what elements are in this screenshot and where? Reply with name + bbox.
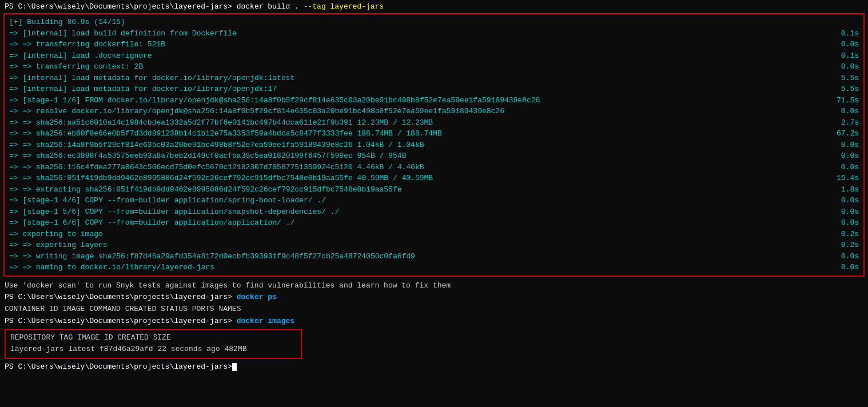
build-line-left-13: => => sha256:051f419db9dd9462e8995886d24…: [9, 173, 825, 184]
build-line-left-17: => [stage-1 6/6] COPY --from=builder app…: [9, 217, 825, 229]
build-line-right-5: 5.5s: [836, 83, 859, 95]
ps-cmd2: docker images: [232, 317, 294, 325]
top-flag: --tag: [304, 2, 326, 11]
build-line-right-11: 0.0s: [836, 150, 859, 162]
build-line-right-9: 67.2s: [836, 128, 859, 139]
build-line-2: => [internal] load .dockerignore0.1s: [9, 50, 859, 62]
build-line-right-7: 0.0s: [836, 106, 859, 117]
build-line-4: => [internal] load metadata for docker.i…: [9, 73, 859, 84]
build-line-right-12: 0.0s: [836, 162, 859, 173]
terminal: PS C:\Users\wisely\Documents\projects\la…: [0, 0, 868, 407]
build-line-left-11: => => sha256:ec3898f4a53575eeb93a8a7beb2…: [9, 150, 825, 162]
build-line-right-16: 0.0s: [836, 206, 859, 218]
build-line-left-12: => => sha256:116c4fdea277a0643c506ecd75d…: [9, 162, 825, 173]
build-line-17: => [stage-1 6/6] COPY --from=builder app…: [9, 217, 859, 229]
build-line-right-3: 0.0s: [836, 61, 859, 73]
build-line-right-14: 1.8s: [836, 184, 859, 195]
build-line-right-1: 0.0s: [836, 39, 859, 50]
build-line-right-6: 71.5s: [836, 95, 859, 106]
build-line-right-19: 0.2s: [836, 240, 859, 251]
build-line-15: => [stage-1 4/6] COPY --from=builder app…: [9, 195, 859, 206]
build-line-right-13: 15.4s: [836, 173, 859, 184]
build-line-13: => => sha256:051f419db9dd9462e8995886d24…: [9, 173, 859, 184]
final-prompt-line: PS C:\Users\wisely\Documents\projects\la…: [5, 360, 863, 374]
build-line-right-8: 2.7s: [836, 117, 859, 129]
build-line-left-14: => => extracting sha256:051f419db9dd9462…: [9, 184, 825, 195]
build-line-right-20: 0.0s: [836, 251, 859, 262]
images-header: REPOSITORY TAG IMAGE ID CREATED SIZE: [10, 332, 296, 344]
build-line-right-21: 0.0s: [836, 262, 859, 273]
build-line-9: => => sha256:eb80f8e66e0b5f7d3dd891238b1…: [9, 128, 859, 139]
build-line-16: => [stage-1 5/6] COPY --from=builder app…: [9, 206, 859, 218]
ps-prompt2-line: PS C:\Users\wisely\Documents\projects\la…: [5, 316, 863, 328]
build-output-box: [+] Building 86.9s (14/15) => [internal]…: [3, 13, 865, 277]
images-output-box: REPOSITORY TAG IMAGE ID CREATED SIZE lay…: [5, 329, 302, 360]
build-line-left-6: => [stage-1 1/6] FROM docker.io/library/…: [9, 95, 825, 106]
ps-header: CONTAINER ID IMAGE COMMAND CREATED STATU…: [5, 304, 863, 316]
build-line-left-16: => [stage-1 5/6] COPY --from=builder app…: [9, 206, 825, 218]
build-line-6: => [stage-1 1/6] FROM docker.io/library/…: [9, 95, 859, 106]
ps-prompt1-line: PS C:\Users\wisely\Documents\projects\la…: [5, 292, 863, 304]
build-line-19: => => exporting layers0.2s: [9, 240, 859, 251]
build-title: [+] Building 86.9s (14/15): [9, 17, 825, 28]
top-prompt: PS C:\Users\wisely\Documents\projects\la…: [5, 2, 232, 11]
build-line-right-0: 0.1s: [836, 28, 859, 39]
build-line-7: => => resolve docker.io/library/openjdk@…: [9, 106, 859, 117]
build-line-10: => => sha256:14a8f0b5f29cf814e635c03a20b…: [9, 139, 859, 151]
build-line-right-4: 5.5s: [836, 73, 859, 84]
build-line-left-1: => => transferring dockerfile: 521B: [9, 39, 825, 50]
build-line-right-17: 0.0s: [836, 217, 859, 229]
build-line-right-10: 0.0s: [836, 139, 859, 151]
build-line-1: => => transferring dockerfile: 521B0.0s: [9, 39, 859, 50]
build-line-right-18: 0.2s: [836, 229, 859, 240]
final-prompt: PS C:\Users\wisely\Documents\projects\la…: [5, 362, 232, 371]
build-line-3: => => transferring context: 2B0.0s: [9, 61, 859, 73]
build-line-left-21: => => naming to docker.io/library/layere…: [9, 262, 825, 273]
build-line-5: => [internal] load metadata for docker.i…: [9, 83, 859, 95]
build-line-left-19: => => exporting layers: [9, 240, 825, 251]
top-cmd: docker build .: [232, 2, 304, 11]
ps-cmd1: docker ps: [232, 293, 277, 301]
build-line-left-18: => exporting to image: [9, 229, 825, 240]
bottom-section: Use 'docker scan' to run Snyk tests agai…: [0, 278, 868, 377]
top-command-line: PS C:\Users\wisely\Documents\projects\la…: [0, 0, 868, 12]
build-line-14: => => extracting sha256:051f419db9dd9462…: [9, 184, 859, 195]
ps-prompt2: PS C:\Users\wisely\Documents\projects\la…: [5, 317, 232, 325]
build-line-18: => exporting to image0.2s: [9, 229, 859, 240]
build-line-left-7: => => resolve docker.io/library/openjdk@…: [9, 106, 825, 117]
build-line-left-10: => => sha256:14a8f0b5f29cf814e635c03a20b…: [9, 139, 825, 151]
build-line-11: => => sha256:ec3898f4a53575eeb93a8a7beb2…: [9, 150, 859, 162]
build-line-right-15: 0.0s: [836, 195, 859, 206]
snyk-line: Use 'docker scan' to run Snyk tests agai…: [5, 280, 863, 292]
ps-prompt1: PS C:\Users\wisely\Documents\projects\la…: [5, 293, 232, 301]
build-line-left-0: => [internal] load build definition from…: [9, 28, 825, 39]
images-data-row: layered-jars latest f87d46a29afd 22 seco…: [10, 344, 296, 356]
top-arg: layered-jars: [326, 2, 384, 11]
build-line-0: => [internal] load build definition from…: [9, 28, 859, 39]
build-line-21: => => naming to docker.io/library/layere…: [9, 262, 859, 273]
build-line-left-3: => => transferring context: 2B: [9, 61, 825, 73]
build-line-left-20: => => writing image sha256:f87d46a29afd3…: [9, 251, 825, 262]
build-line-left-4: => [internal] load metadata for docker.i…: [9, 73, 825, 84]
build-line-20: => => writing image sha256:f87d46a29afd3…: [9, 251, 859, 262]
build-line-left-9: => => sha256:eb80f8e66e0b5f7d3dd891238b1…: [9, 128, 825, 139]
build-line-right-2: 0.1s: [836, 50, 859, 62]
build-line-8: => => sha256:aa51c6010a14c1984cbdea1332a…: [9, 117, 859, 129]
build-line-left-5: => [internal] load metadata for docker.i…: [9, 83, 825, 95]
cursor: [232, 363, 237, 371]
build-line-left-2: => [internal] load .dockerignore: [9, 50, 825, 62]
build-line-left-8: => => sha256:aa51c6010a14c1984cbdea1332a…: [9, 117, 825, 129]
build-title-line: [+] Building 86.9s (14/15): [9, 17, 859, 28]
build-line-12: => => sha256:116c4fdea277a0643c506ecd75d…: [9, 162, 859, 173]
build-line-left-15: => [stage-1 4/6] COPY --from=builder app…: [9, 195, 825, 206]
